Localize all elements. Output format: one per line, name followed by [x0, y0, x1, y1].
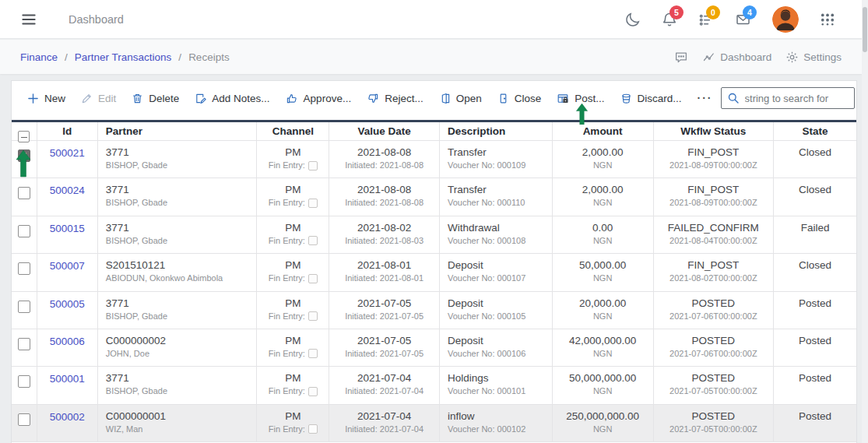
column-header-partner[interactable]: Partner — [98, 122, 258, 140]
line-chart-icon — [702, 51, 715, 63]
description: Deposit — [448, 297, 552, 311]
vertical-scrollbar[interactable] — [862, 0, 868, 443]
value-date: 2021-08-08 — [329, 183, 439, 197]
discard-button[interactable]: Discard... — [613, 86, 690, 111]
column-header-state[interactable]: State — [774, 122, 856, 140]
edit-button[interactable]: Edit — [73, 86, 124, 111]
search-input[interactable] — [721, 87, 855, 109]
row-id-link[interactable]: 500005 — [50, 298, 85, 310]
receipts-panel: New Edit Delete Add Notes... Approve... … — [11, 80, 857, 443]
wkflw-status: FAILED_CONFIRM — [654, 221, 774, 235]
select-all-checkbox[interactable] — [18, 131, 30, 142]
row-checkbox[interactable] — [18, 375, 30, 388]
value-date: 2021-07-05 — [329, 334, 439, 348]
fin-entry-checkbox[interactable] — [308, 387, 318, 396]
column-header-description[interactable]: Description — [440, 122, 553, 140]
fin-entry-label: Fin Entry: — [269, 272, 305, 284]
delete-button[interactable]: Delete — [124, 86, 187, 111]
post-button[interactable]: Post... — [549, 86, 612, 111]
currency: NGN — [553, 160, 653, 171]
breadcrumb-actions: Dashboard Settings — [674, 51, 842, 64]
row-id-link[interactable]: 500021 — [50, 147, 85, 159]
settings-link[interactable]: Settings — [785, 51, 842, 64]
more-commands-button[interactable]: ··· — [690, 86, 721, 111]
channel: PM — [257, 221, 329, 235]
hamburger-menu-icon[interactable] — [20, 11, 37, 28]
comment-icon[interactable] — [674, 51, 688, 64]
partner-name: BISHOP, Gbade — [106, 311, 257, 322]
partner-code: 3771 — [106, 221, 257, 235]
row-id-link[interactable]: 500007 — [50, 260, 85, 272]
fin-entry-checkbox[interactable] — [308, 199, 318, 208]
column-header-id[interactable]: Id — [37, 122, 98, 140]
fin-entry-checkbox[interactable] — [308, 424, 318, 434]
voucher-no: Voucher No: 000107 — [448, 272, 552, 284]
row-id-link[interactable]: 500024 — [50, 185, 85, 196]
row-checkbox[interactable] — [18, 225, 30, 237]
user-avatar[interactable] — [772, 6, 799, 33]
currency: NGN — [553, 197, 653, 209]
apps-grid-icon[interactable] — [820, 12, 835, 27]
voucher-no: Voucher No: 000105 — [448, 311, 552, 322]
tasks-list-icon[interactable]: 0 — [698, 12, 714, 27]
row-id-link[interactable]: 500015 — [50, 223, 85, 234]
fin-entry-checkbox[interactable] — [308, 161, 318, 171]
notifications-bell-icon[interactable]: 5 — [662, 12, 677, 27]
amount: 250,000,000.00 — [553, 410, 653, 424]
fin-entry-checkbox[interactable] — [308, 274, 318, 283]
currency: NGN — [553, 385, 653, 397]
currency: NGN — [553, 235, 653, 247]
breadcrumb-bar: Finance / Partner Transactions / Receipt… — [0, 40, 862, 74]
tasks-badge: 0 — [706, 5, 720, 19]
breadcrumb-partner-transactions[interactable]: Partner Transactions — [75, 51, 172, 63]
state: Closed — [774, 183, 856, 197]
messages-envelope-icon[interactable]: 4 — [735, 12, 751, 27]
row-checkbox[interactable] — [18, 413, 30, 426]
breadcrumb-finance[interactable]: Finance — [20, 51, 58, 63]
row-id-link[interactable]: 500002 — [50, 411, 85, 423]
partner-code: 3771 — [106, 146, 257, 160]
page: Dashboard 5 0 4 — [0, 0, 868, 443]
new-button[interactable]: New — [19, 86, 73, 111]
row-checkbox[interactable] — [18, 338, 30, 350]
description: Withdrawal — [448, 221, 552, 235]
dashboard-link[interactable]: Dashboard — [702, 51, 771, 63]
approve-button[interactable]: Approve... — [278, 86, 360, 111]
fin-entry-checkbox[interactable] — [308, 236, 318, 245]
value-date: 2021-08-08 — [329, 146, 439, 160]
channel: PM — [257, 334, 329, 348]
amount: 20,000.00 — [553, 297, 653, 311]
messages-badge: 4 — [743, 5, 757, 19]
description: Holdings — [448, 371, 552, 385]
voucher-no: Voucher No: 000109 — [448, 160, 552, 171]
column-header-amount[interactable]: Amount — [553, 122, 654, 140]
column-header-wkflw-status[interactable]: Wkflw Status — [654, 122, 775, 140]
settings-link-label: Settings — [803, 51, 842, 63]
currency: NGN — [553, 272, 653, 284]
column-header-value-date[interactable]: Value Date — [329, 122, 440, 140]
fin-entry-label: Fin Entry: — [269, 348, 305, 360]
fin-entry-checkbox[interactable] — [308, 349, 318, 358]
dark-mode-moon-icon[interactable] — [625, 12, 641, 27]
row-id-link[interactable]: 500001 — [50, 373, 85, 385]
row-id-link[interactable]: 500006 — [50, 336, 85, 347]
open-button[interactable]: Open — [431, 86, 490, 111]
wkflw-status: FIN_POST — [654, 258, 774, 272]
scrollbar-thumb[interactable] — [863, 7, 867, 52]
table-body: 500021 3771 BISHOP, Gbade PM Fin Entry: … — [12, 141, 856, 442]
voucher-no: Voucher No: 000110 — [448, 197, 552, 209]
row-checkbox[interactable] — [18, 262, 30, 275]
breadcrumb-separator: / — [178, 51, 181, 63]
post-lock-icon — [557, 93, 569, 104]
row-checkbox[interactable] — [18, 187, 30, 199]
channel: PM — [257, 258, 329, 272]
add-notes-button[interactable]: Add Notes... — [187, 86, 277, 111]
app-title: Dashboard — [69, 13, 124, 26]
row-checkbox[interactable] — [18, 149, 30, 162]
fin-entry-checkbox[interactable] — [308, 311, 318, 321]
row-checkbox[interactable] — [18, 301, 30, 313]
trash-icon — [132, 93, 143, 104]
reject-button[interactable]: Reject... — [359, 86, 431, 111]
column-header-channel[interactable]: Channel — [257, 122, 329, 140]
close-button[interactable]: Close — [490, 86, 550, 111]
